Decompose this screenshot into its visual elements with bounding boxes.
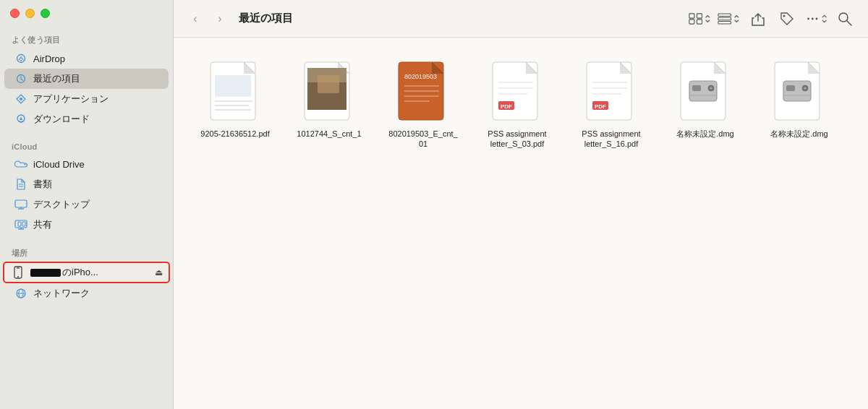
sidebar-item-downloads[interactable]: ダウンロード bbox=[4, 109, 169, 129]
back-button[interactable]: ‹ bbox=[185, 9, 205, 29]
svg-point-31 bbox=[816, 17, 818, 20]
file-name: 名称未設定.dmg bbox=[676, 129, 733, 139]
applications-icon bbox=[14, 92, 27, 106]
file-icon bbox=[300, 59, 358, 124]
svg-point-32 bbox=[839, 13, 848, 22]
recents-icon bbox=[14, 72, 27, 85]
sidebar-item-desktop[interactable]: デスクトップ bbox=[4, 194, 169, 215]
svg-point-17 bbox=[17, 276, 19, 277]
iphone-label: のiPho... bbox=[30, 266, 149, 279]
eject-button[interactable]: ⏏ bbox=[155, 267, 163, 277]
svg-rect-47 bbox=[318, 75, 339, 93]
iphone-icon bbox=[12, 266, 25, 279]
toolbar-title: 最近の項目 bbox=[239, 12, 293, 25]
file-item[interactable]: 名称未設定.dmg bbox=[760, 55, 839, 154]
file-name: 802019503_E_cnt_01 bbox=[388, 129, 459, 150]
file-icon bbox=[206, 59, 264, 124]
svg-rect-27 bbox=[718, 21, 731, 24]
documents-icon bbox=[14, 178, 27, 191]
downloads-icon bbox=[14, 113, 27, 126]
svg-rect-7 bbox=[15, 200, 27, 207]
file-icon: PDF bbox=[488, 59, 546, 124]
nav-buttons: ‹ › bbox=[185, 9, 230, 29]
sidebar-item-icloud-drive[interactable]: iCloud Drive bbox=[4, 154, 169, 174]
svg-point-29 bbox=[807, 17, 809, 20]
icloud-drive-icon bbox=[14, 158, 27, 171]
sidebar-item-network[interactable]: ネットワーク bbox=[4, 283, 169, 303]
iphone-name-suffix: のiPho... bbox=[62, 267, 98, 277]
file-item[interactable]: PDF PSS assignment letter_S_16.pdf bbox=[571, 55, 651, 154]
file-name: 1012744_S_cnt_1 bbox=[297, 129, 361, 139]
sidebar-item-applications-label: アプリケーション bbox=[33, 92, 109, 106]
more-button[interactable] bbox=[804, 7, 827, 30]
svg-rect-84 bbox=[786, 85, 795, 91]
svg-point-78 bbox=[710, 87, 712, 90]
toolbar-actions bbox=[689, 7, 856, 30]
network-icon bbox=[14, 287, 27, 300]
file-name: PSS assignment letter_S_03.pdf bbox=[482, 129, 553, 150]
section-label-favorites: よく使う項目 bbox=[0, 29, 173, 48]
section-label-locations: 場所 bbox=[0, 242, 173, 262]
section-label-icloud: iCloud bbox=[0, 137, 173, 154]
file-item[interactable]: 802019503 802019503_E_cnt_01 bbox=[383, 55, 463, 154]
sidebar-item-documents-label: 書類 bbox=[33, 178, 52, 191]
main-content: ‹ › 最近の項目 bbox=[174, 0, 868, 409]
sidebar-item-applications[interactable]: アプリケーション bbox=[4, 89, 169, 109]
close-button[interactable] bbox=[10, 9, 20, 18]
minimize-button[interactable] bbox=[25, 9, 35, 18]
svg-text:PDF: PDF bbox=[595, 103, 606, 110]
sidebar-item-icloud-drive-label: iCloud Drive bbox=[33, 159, 85, 170]
svg-rect-83 bbox=[783, 81, 811, 101]
sidebar-item-downloads-label: ダウンロード bbox=[33, 113, 90, 126]
file-icon bbox=[676, 59, 734, 124]
tag-button[interactable] bbox=[775, 7, 799, 30]
iphone-name-redacted bbox=[30, 269, 61, 277]
sidebar-item-desktop-label: デスクトップ bbox=[33, 198, 90, 211]
traffic-lights bbox=[10, 9, 50, 18]
sidebar-item-iphone[interactable]: のiPho... ⏏ bbox=[3, 262, 170, 283]
svg-point-1 bbox=[20, 60, 22, 61]
svg-rect-11 bbox=[18, 222, 21, 226]
file-name: PSS assignment letter_S_16.pdf bbox=[576, 129, 647, 150]
svg-point-28 bbox=[783, 14, 786, 17]
file-item[interactable]: 名称未設定.dmg bbox=[665, 55, 745, 154]
svg-rect-26 bbox=[718, 17, 731, 20]
file-item[interactable]: PDF PSS assignment letter_S_03.pdf bbox=[477, 55, 557, 154]
sidebar-item-shared-label: 共有 bbox=[33, 218, 52, 231]
svg-text:PDF: PDF bbox=[501, 103, 512, 110]
svg-point-86 bbox=[804, 87, 807, 90]
svg-rect-75 bbox=[689, 81, 717, 101]
file-icon: 802019503 bbox=[394, 59, 452, 124]
file-name: 9205-21636512.pdf bbox=[200, 129, 269, 139]
forward-button[interactable]: › bbox=[210, 9, 230, 29]
svg-rect-12 bbox=[22, 222, 25, 226]
sidebar-item-network-label: ネットワーク bbox=[33, 287, 90, 300]
sidebar: よく使う項目 AirDrop 最近の項目 アプリケーション bbox=[0, 0, 174, 409]
svg-rect-22 bbox=[697, 13, 702, 17]
svg-rect-24 bbox=[697, 19, 702, 23]
share-button[interactable] bbox=[746, 7, 770, 30]
sidebar-item-airdrop-label: AirDrop bbox=[33, 53, 65, 64]
svg-rect-25 bbox=[718, 13, 731, 16]
sidebar-item-recents-label: 最近の項目 bbox=[33, 72, 80, 85]
shared-icon bbox=[14, 218, 27, 231]
file-name: 名称未設定.dmg bbox=[770, 129, 827, 139]
svg-rect-23 bbox=[689, 19, 694, 23]
list-view-button[interactable] bbox=[718, 7, 741, 30]
search-button[interactable] bbox=[833, 7, 856, 30]
sidebar-item-recents[interactable]: 最近の項目 bbox=[4, 69, 169, 89]
svg-text:802019503: 802019503 bbox=[404, 73, 437, 80]
sidebar-item-shared[interactable]: 共有 bbox=[4, 215, 169, 235]
svg-line-33 bbox=[847, 21, 851, 25]
fullscreen-button[interactable] bbox=[41, 9, 50, 18]
file-icon: PDF bbox=[582, 59, 640, 124]
svg-point-30 bbox=[812, 17, 814, 20]
sidebar-item-documents[interactable]: 書類 bbox=[4, 174, 169, 194]
svg-rect-21 bbox=[689, 13, 694, 17]
file-item[interactable]: 9205-21636512.pdf bbox=[195, 55, 275, 154]
file-item[interactable]: 1012744_S_cnt_1 bbox=[289, 55, 369, 154]
icon-view-button[interactable] bbox=[689, 7, 712, 30]
sidebar-item-airdrop[interactable]: AirDrop bbox=[4, 48, 169, 69]
svg-rect-76 bbox=[692, 85, 701, 91]
airdrop-icon bbox=[14, 52, 27, 65]
